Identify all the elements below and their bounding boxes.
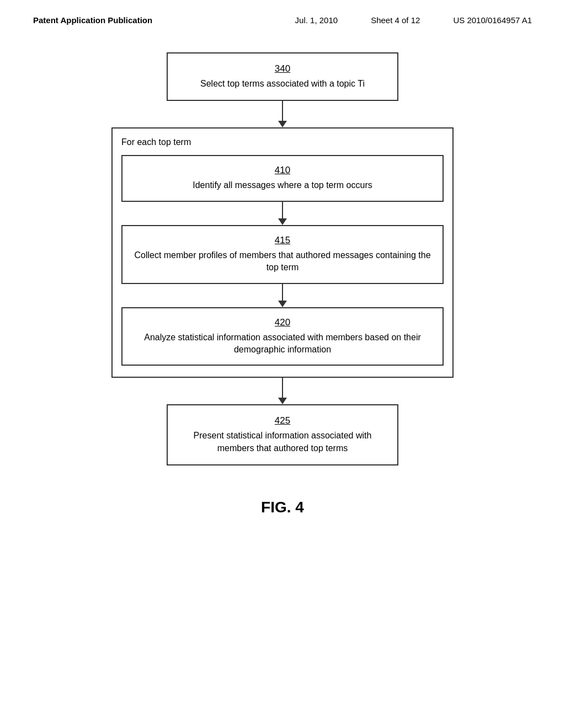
box-425-text: Present statistical information associat…: [194, 431, 372, 452]
arrow-head: [278, 398, 287, 404]
arrow-410-to-415: [121, 202, 444, 225]
figure-label: FIG. 4: [0, 499, 565, 516]
box-420-label: 420: [134, 317, 431, 328]
page-header: Patent Application Publication Jul. 1, 2…: [0, 0, 565, 25]
box-410-text: Identify all messages where a top term o…: [193, 180, 372, 190]
arrow-line: [282, 101, 283, 121]
box-410-label: 410: [134, 165, 431, 176]
loop-label: For each top term: [121, 137, 191, 147]
arrow-head: [278, 301, 287, 307]
arrow-415-to-420: [121, 284, 444, 307]
box-425-label: 425: [179, 415, 386, 426]
box-425: 425 Present statistical information asso…: [167, 404, 398, 465]
arrow-340-to-loop: [278, 101, 287, 127]
box-415: 415 Collect member profiles of members t…: [121, 225, 444, 284]
box-420: 420 Analyze statistical information asso…: [121, 307, 444, 366]
box-340-text: Select top terms associated with a topic…: [200, 79, 365, 88]
box-415-label: 415: [134, 235, 431, 246]
arrow-loop-to-425: [278, 378, 287, 404]
header-sheet: Sheet 4 of 12: [371, 15, 420, 25]
header-patent: US 2010/0164957 A1: [453, 15, 532, 25]
arrow-head: [278, 121, 287, 127]
arrow-line: [282, 378, 283, 398]
loop-outer-box: For each top term 410 Identify all messa…: [111, 127, 454, 378]
diagram-area: 340 Select top terms associated with a t…: [0, 52, 565, 465]
header-date: Jul. 1, 2010: [295, 15, 338, 25]
box-340-label: 340: [179, 63, 386, 74]
box-420-text: Analyze statistical information associat…: [144, 333, 421, 354]
box-415-text: Collect member profiles of members that …: [134, 250, 430, 272]
header-right: Jul. 1, 2010 Sheet 4 of 12 US 2010/01649…: [295, 15, 532, 25]
arrow-line: [282, 202, 283, 218]
arrow-head: [278, 218, 287, 225]
box-410: 410 Identify all messages where a top te…: [121, 155, 444, 201]
publication-label: Patent Application Publication: [33, 15, 152, 25]
box-340: 340 Select top terms associated with a t…: [167, 52, 398, 101]
arrow-line: [282, 284, 283, 301]
